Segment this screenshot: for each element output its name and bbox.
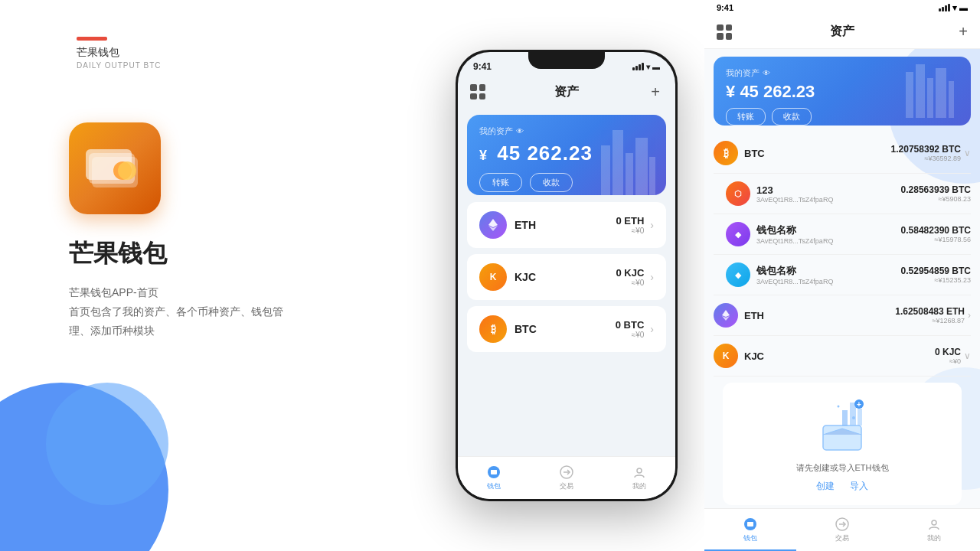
right-eth-info: ETH <box>744 310 895 321</box>
right-kjc-amounts: 0 KJC ≈¥0 <box>935 347 961 365</box>
btc-arrow-icon: › <box>650 323 654 335</box>
right-eye-icon[interactable]: 👁 <box>763 69 770 77</box>
svg-rect-22 <box>949 81 954 118</box>
kjc-expand-icon[interactable]: ∨ <box>964 350 971 361</box>
phone-transfer-button[interactable]: 转账 <box>479 173 522 192</box>
svg-marker-23 <box>722 310 730 317</box>
phone-coin-item-btc[interactable]: ₿ BTC 0 BTC ≈¥0 › <box>467 306 666 352</box>
phone-notch <box>528 52 605 69</box>
right-123-logo: ⬡ <box>726 181 750 206</box>
right-wallet1-logo: ◆ <box>726 222 750 246</box>
svg-rect-21 <box>936 68 946 118</box>
svg-text:+: + <box>857 400 861 409</box>
right-mine-nav-icon <box>926 517 942 532</box>
btc-expand-icon[interactable]: ∨ <box>964 148 971 158</box>
right-coin-btc[interactable]: ₿ BTC 1.20758392 BTC ≈¥36592.89 ∨ <box>714 133 971 174</box>
right-kjc-info: KJC <box>744 350 935 362</box>
right-header-title: 资产 <box>830 24 854 40</box>
phone-nav-trade[interactable]: 交易 <box>531 457 603 499</box>
svg-rect-7 <box>626 153 633 195</box>
trade-nav-icon <box>559 465 574 480</box>
eth-logo <box>479 211 507 239</box>
svg-point-38 <box>932 520 936 525</box>
phone-bottom-nav: 钱包 交易 <box>458 456 675 499</box>
svg-point-4 <box>118 161 136 180</box>
brand-name-small: 芒果钱包 <box>77 46 161 60</box>
eth-create-section: + 请先创建或导入ETH钱包 创建 导入 <box>723 383 962 505</box>
phone-btc-name: BTC <box>514 323 616 335</box>
right-coin-eth[interactable]: ETH 1.62508483 ETH ≈¥1268.87 › <box>714 295 971 336</box>
svg-rect-14 <box>491 470 497 471</box>
svg-rect-28 <box>842 410 848 425</box>
eye-icon[interactable]: 👁 <box>516 127 524 135</box>
right-eth-amounts: 1.62508483 ETH ≈¥1268.87 <box>895 306 965 324</box>
right-wallet2-amounts: 0.52954859 BTC ≈¥15235.23 <box>901 266 971 284</box>
add-coin-button[interactable]: + <box>648 84 663 99</box>
right-battery-icon: ▬ <box>959 3 968 12</box>
svg-rect-8 <box>635 138 648 195</box>
right-wallet1-amounts: 0.58482390 BTC ≈¥15978.56 <box>901 225 971 243</box>
svg-rect-27 <box>858 409 862 425</box>
eth-arrow-icon: › <box>650 219 654 231</box>
app-description: 芒果钱包APP-首页 首页包含了我的资产、各个币种资产、钱包管 理、添加币种模块 <box>69 283 283 341</box>
right-grid-icon[interactable] <box>717 24 732 40</box>
eth-expand-icon[interactable]: › <box>968 310 971 321</box>
svg-point-17 <box>637 468 642 473</box>
right-coin-kjc[interactable]: K KJC 0 KJC ≈¥0 ∨ <box>714 336 971 377</box>
buildings-decoration <box>597 115 658 195</box>
right-wallet2-info: 钱包名称 3AvEQt1R8...TsZ4fpaRQ <box>756 264 901 285</box>
right-transfer-button[interactable]: 转账 <box>726 108 766 126</box>
right-receive-button[interactable]: 收款 <box>772 108 812 126</box>
right-nav-wallet[interactable]: 钱包 <box>704 509 796 551</box>
right-wallet2-logo: ◆ <box>726 262 750 287</box>
eth-create-button[interactable]: 创建 <box>816 480 835 493</box>
mine-nav-icon <box>632 465 647 480</box>
status-icons: ▾ ▬ <box>632 63 660 71</box>
btc-logo: ₿ <box>479 315 507 343</box>
phone-coin-item-kjc[interactable]: K KJC 0 KJC ≈¥0 › <box>467 254 666 300</box>
right-coin-list: ₿ BTC 1.20758392 BTC ≈¥36592.89 ∨ ⬡ 123 … <box>704 133 980 508</box>
right-status-bar: 9:41 ▾ ▬ <box>704 0 980 15</box>
svg-rect-18 <box>906 72 913 118</box>
wallet-nav-icon <box>486 465 501 480</box>
right-buildings-deco <box>902 57 963 118</box>
right-123-info: 123 3AvEQt1R8...TsZ4fpaRQ <box>756 184 901 204</box>
phone-kjc-name: KJC <box>514 271 616 283</box>
phone-nav-mine[interactable]: 我的 <box>603 457 675 499</box>
phone-nav-wallet[interactable]: 钱包 <box>458 457 531 499</box>
app-name-large: 芒果钱包 <box>69 237 167 271</box>
phone-receive-button[interactable]: 收款 <box>530 173 573 192</box>
phone-screen: 9:41 ▾ ▬ <box>458 52 675 499</box>
right-coin-123[interactable]: ⬡ 123 3AvEQt1R8...TsZ4fpaRQ 0.28563939 B… <box>714 174 971 214</box>
right-123-amounts: 0.28563939 BTC ≈¥5908.23 <box>901 184 971 203</box>
phone-coin-item-eth[interactable]: ETH 0 ETH ≈¥0 › <box>467 202 666 248</box>
blue-decoration-blob2 <box>46 383 168 505</box>
right-coin-wallet2[interactable]: ◆ 钱包名称 3AvEQt1R8...TsZ4fpaRQ 0.52954859 … <box>714 255 971 295</box>
right-nav-mine[interactable]: 我的 <box>888 509 980 551</box>
right-coin-wallet1[interactable]: ◆ 钱包名称 3AvEQt1R8...TsZ4fpaRQ 0.58482390 … <box>714 214 971 255</box>
right-wallet-nav-icon <box>743 517 758 532</box>
eth-import-button[interactable]: 导入 <box>850 480 868 493</box>
kjc-arrow-icon: › <box>650 271 654 283</box>
phone-app-header: 资产 + <box>458 75 675 109</box>
center-phone-panel: 9:41 ▾ ▬ <box>429 0 704 551</box>
brand-text: 芒果钱包 DAILY OUTPUT BTC <box>77 46 161 70</box>
right-panel: 9:41 ▾ ▬ 资产 + <box>704 0 980 551</box>
battery-icon: ▬ <box>652 63 660 71</box>
wallet-svg-icon <box>84 142 145 195</box>
grid-menu-icon[interactable] <box>470 84 485 99</box>
right-app-header: 资产 + <box>704 15 980 49</box>
right-nav-trade[interactable]: 交易 <box>796 509 888 551</box>
right-status-icons: ▾ ▬ <box>939 3 968 13</box>
right-add-button[interactable]: + <box>959 23 968 41</box>
svg-point-32 <box>838 406 840 408</box>
brand-subtitle: DAILY OUTPUT BTC <box>77 61 161 70</box>
signal-icon <box>632 63 644 70</box>
svg-marker-10 <box>488 219 498 227</box>
phone-coin-list: ETH 0 ETH ≈¥0 › K KJC 0 KJC ≈¥0 <box>458 202 675 456</box>
eth-create-text: 请先创建或导入ETH钱包 <box>796 462 889 474</box>
right-btc-info: BTC <box>744 148 891 159</box>
red-bar <box>77 37 107 41</box>
eth-create-buttons: 创建 导入 <box>816 480 868 493</box>
right-eth-logo <box>714 303 738 328</box>
